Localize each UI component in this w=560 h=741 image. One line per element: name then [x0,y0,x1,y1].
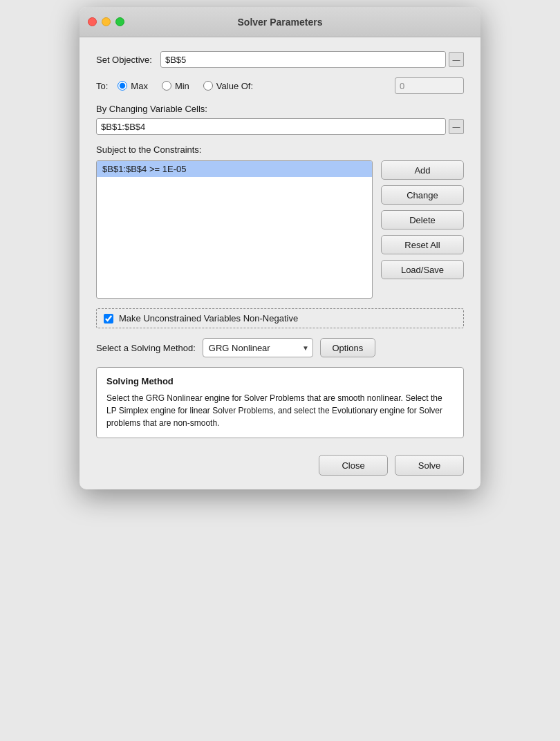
radio-max-input[interactable] [118,81,127,91]
solving-method-info-text: Select the GRG Nonlinear engine for Solv… [106,392,454,429]
solving-method-select[interactable]: GRG Nonlinear Simplex LP Evolutionary [203,338,313,357]
set-objective-row: Set Objective: — [96,51,464,68]
to-row: To: Max Min Value Of: [96,77,464,94]
change-button[interactable]: Change [381,185,464,205]
constraints-label-row: Subject to the Constraints: [96,144,464,155]
radio-min[interactable]: Min [162,81,189,91]
reset-all-button[interactable]: Reset All [381,235,464,254]
delete-button[interactable]: Delete [381,210,464,229]
constraints-label: Subject to the Constraints: [96,144,201,155]
collapse-icon-2: — [453,122,460,131]
radio-value-of[interactable]: Value Of: [203,81,253,91]
unconstrained-checkbox-row: Make Unconstrained Variables Non-Negativ… [96,308,464,328]
variable-cells-label: By Changing Variable Cells: [96,104,207,114]
to-label: To: [96,81,108,91]
constraints-section: $B$1:$B$4 >= 1E-05 Add Change Delete Res… [96,160,464,299]
constraint-item[interactable]: $B$1:$B$4 >= 1E-05 [97,161,372,177]
radio-value-of-label: Value Of: [216,81,253,91]
set-objective-input[interactable] [160,51,446,68]
value-of-input[interactable] [395,77,464,94]
unconstrained-checkbox[interactable] [104,314,113,323]
variable-cells-collapse-button[interactable]: — [449,119,464,134]
solving-method-info-box: Solving Method Select the GRG Nonlinear … [96,367,464,438]
close-window-button[interactable] [88,17,97,26]
constraint-text: $B$1:$B$4 >= 1E-05 [102,164,186,174]
close-button[interactable]: Close [319,455,388,476]
radio-value-of-input[interactable] [203,81,213,91]
options-button[interactable]: Options [320,338,375,357]
solver-dialog: Solver Parameters Set Objective: — To: [80,7,480,489]
radio-min-label: Min [175,81,189,91]
variable-cells-row: — [96,118,464,135]
radio-min-input[interactable] [162,81,171,91]
set-objective-label: Set Objective: [96,55,152,65]
objective-collapse-button[interactable]: — [449,52,464,67]
unconstrained-label: Make Unconstrained Variables Non-Negativ… [119,313,298,323]
minimize-window-button[interactable] [102,17,111,26]
radio-max[interactable]: Max [118,81,148,91]
solving-method-row: Select a Solving Method: GRG Nonlinear S… [96,338,464,357]
maximize-window-button[interactable] [115,17,124,26]
variable-cells-input[interactable] [96,118,446,135]
bottom-buttons: Close Solve [96,452,464,476]
constraints-list[interactable]: $B$1:$B$4 >= 1E-05 [96,160,373,299]
solving-method-select-wrapper: GRG Nonlinear Simplex LP Evolutionary ▼ [203,338,313,357]
to-radio-group: Max Min Value Of: [118,81,395,91]
set-objective-field: — [160,51,464,68]
load-save-button[interactable]: Load/Save [381,260,464,279]
dialog-content: Set Objective: — To: Max [80,37,480,489]
solving-method-label: Select a Solving Method: [96,343,196,353]
window-controls [88,17,124,26]
collapse-icon: — [453,55,460,64]
dialog-title: Solver Parameters [238,17,323,28]
add-button[interactable]: Add [381,160,464,180]
constraints-buttons: Add Change Delete Reset All Load/Save [381,160,464,299]
solving-method-info-title: Solving Method [106,376,454,386]
title-bar: Solver Parameters [80,7,480,37]
solve-button[interactable]: Solve [395,455,464,476]
radio-max-label: Max [131,81,148,91]
variable-cells-label-row: By Changing Variable Cells: [96,104,464,114]
